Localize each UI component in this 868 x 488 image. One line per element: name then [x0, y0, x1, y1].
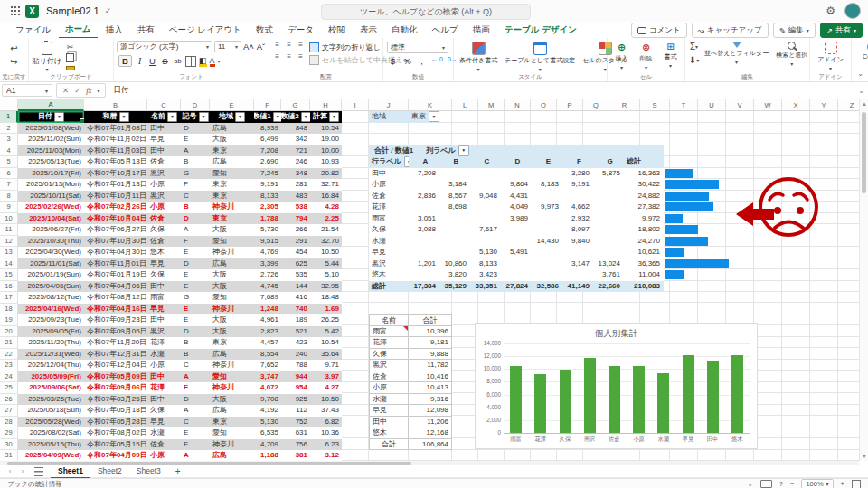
pivot-value-cell[interactable]: [501, 236, 532, 248]
pivot-value-cell[interactable]: [593, 179, 624, 191]
pivot-value-cell[interactable]: 3,051: [409, 213, 439, 225]
align-right-icon[interactable]: ≡: [296, 52, 306, 61]
summary-value-cell[interactable]: 9,181: [409, 337, 452, 349]
row-header-1[interactable]: 1: [0, 111, 18, 123]
redo-icon[interactable]: ↪: [8, 56, 20, 68]
cell[interactable]: 740: [281, 304, 310, 315]
pivot-value-cell[interactable]: [532, 224, 562, 236]
cell[interactable]: 7,652: [254, 360, 281, 371]
filter-button-日付[interactable]: ▼: [54, 112, 64, 122]
pivot-row-name[interactable]: 久保: [369, 224, 409, 236]
cell[interactable]: 東京: [210, 179, 254, 191]
cell[interactable]: 944: [281, 371, 310, 383]
italic-button[interactable]: I: [135, 57, 145, 66]
sad-face-shape[interactable]: [760, 179, 816, 235]
pivot-value-cell[interactable]: 2,836: [409, 191, 439, 202]
row-header-22[interactable]: 22: [0, 349, 18, 361]
cell[interactable]: 32.71: [310, 179, 342, 191]
cell[interactable]: 7,208: [254, 145, 281, 157]
cell[interactable]: 田中: [147, 314, 181, 326]
currency-format-icon[interactable]: $: [388, 56, 398, 66]
collapse-ribbon-icon[interactable]: ⌄: [857, 70, 863, 78]
filter-button-和暦[interactable]: ▼: [119, 112, 129, 122]
row-header-2[interactable]: 2: [0, 123, 18, 135]
cell[interactable]: B: [181, 349, 210, 361]
pivot-value-cell[interactable]: 9,973: [532, 202, 562, 213]
row-header-18[interactable]: 18: [0, 304, 18, 315]
pivot-value-cell[interactable]: [409, 236, 439, 248]
row-header-7[interactable]: 7: [0, 179, 18, 191]
cell[interactable]: 令和07年12月04日: [84, 360, 147, 371]
pivot-value-cell[interactable]: 3,989: [501, 213, 532, 225]
cell[interactable]: 6.82: [310, 417, 342, 428]
insert-function-icon[interactable]: fx: [86, 86, 91, 95]
pivot-col-header-F[interactable]: F: [562, 156, 593, 168]
increase-decimal-icon[interactable]: ←.0: [431, 56, 441, 66]
pivot-value-cell[interactable]: [439, 168, 470, 180]
cell[interactable]: 423: [281, 337, 310, 349]
pivot-value-cell[interactable]: 5,875: [593, 168, 624, 180]
insert-cells-button[interactable]: ⊕挿入▾: [613, 41, 631, 71]
cell[interactable]: 3.12: [310, 450, 342, 461]
pivot-value-cell[interactable]: [593, 236, 624, 248]
summary-name-cell[interactable]: 水瀬: [369, 394, 409, 406]
cell[interactable]: 田中: [147, 394, 181, 406]
cell[interactable]: 7,689: [254, 292, 281, 304]
cell[interactable]: F: [181, 179, 210, 191]
column-header-U[interactable]: U: [698, 99, 726, 111]
cell[interactable]: 東京: [210, 337, 254, 349]
cell[interactable]: E: [181, 427, 210, 439]
delete-cells-button[interactable]: ⊗削除▾: [637, 41, 656, 71]
summary-name-cell[interactable]: 佐倉: [369, 371, 409, 383]
cell[interactable]: 花澤: [147, 337, 181, 349]
table-header-地域[interactable]: 地域▼: [210, 111, 254, 123]
cell[interactable]: 久保: [147, 269, 181, 281]
pivot-row-name[interactable]: 黒沢: [369, 258, 409, 270]
row-header-3[interactable]: 3: [0, 134, 18, 145]
pivot-value-cell[interactable]: [409, 202, 439, 213]
cell[interactable]: 令和07年11月01日: [84, 258, 147, 270]
summary-name-cell[interactable]: 合計: [369, 439, 409, 451]
cell[interactable]: 26.25: [310, 314, 342, 326]
cell[interactable]: 2025/09/05(Fri): [18, 326, 84, 338]
pivot-value-cell[interactable]: [562, 269, 593, 281]
cell[interactable]: 32.95: [310, 281, 342, 293]
confirm-entry-icon[interactable]: ✓: [74, 86, 80, 95]
undo-icon[interactable]: ↩: [8, 42, 20, 54]
cell[interactable]: 令和07年09月06日: [84, 382, 147, 394]
cell[interactable]: 10.93: [310, 156, 342, 168]
cell[interactable]: 令和07年02月26日: [84, 202, 147, 213]
table-header-和暦[interactable]: 和暦▼: [84, 111, 147, 123]
summary-name-cell[interactable]: 花澤: [369, 337, 409, 349]
cell[interactable]: 愛知: [210, 371, 254, 383]
cell[interactable]: 538: [281, 202, 310, 213]
font-name-select[interactable]: 源ゴシック (太字)▾: [117, 41, 212, 52]
menu-tab-ヘルプ[interactable]: ヘルプ: [426, 23, 465, 38]
filter-button-計算[interactable]: ▼: [329, 112, 339, 122]
cell[interactable]: 黒沢: [147, 168, 181, 180]
cell[interactable]: 久保: [147, 224, 181, 236]
cell[interactable]: 2,823: [254, 326, 281, 338]
cell[interactable]: 令和07年03月25日: [84, 394, 147, 406]
prev-sheet-icon[interactable]: ‹: [5, 467, 14, 475]
cell[interactable]: 2025/04/06(Sun): [18, 281, 84, 293]
cell[interactable]: C: [181, 191, 210, 202]
cell[interactable]: 令和07年11月02日: [84, 134, 147, 145]
pivot-value-cell[interactable]: [409, 247, 439, 258]
excel-logo-icon[interactable]: X: [25, 5, 39, 18]
column-header-P[interactable]: P: [557, 99, 583, 111]
column-header-T[interactable]: T: [670, 99, 698, 111]
pivot-row-name[interactable]: 田中: [369, 168, 409, 180]
cell[interactable]: 2025/05/18(Sun): [18, 405, 84, 417]
column-header-F[interactable]: F: [254, 99, 281, 111]
pivot-value-cell[interactable]: 1,201: [409, 258, 439, 270]
cell[interactable]: 黒沢: [147, 326, 181, 338]
column-header-W[interactable]: W: [754, 99, 782, 111]
scroll-down-icon[interactable]: ▼: [861, 454, 868, 459]
edit-mode-button[interactable]: ✎編集▾: [773, 23, 816, 38]
menu-tab-共有[interactable]: 共有: [131, 23, 161, 38]
cell[interactable]: 2025/04/30(Wed): [18, 247, 84, 258]
workbook-statistics-button[interactable]: ブックの統計情報: [0, 480, 62, 488]
bold-button[interactable]: B: [118, 55, 132, 67]
align-left-icon[interactable]: ≡: [272, 52, 282, 61]
